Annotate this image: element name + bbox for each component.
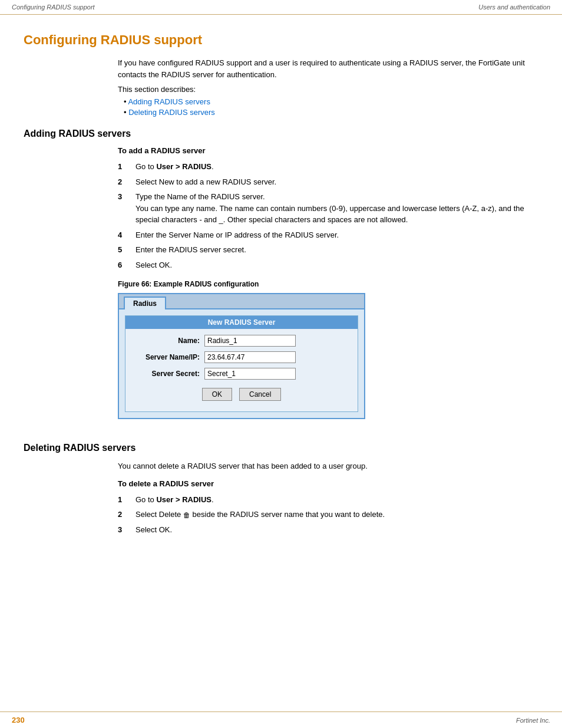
link-item-deleting: Deleting RADIUS servers	[124, 108, 538, 117]
deleting-intro-text: You cannot delete a RADIUS server that h…	[118, 460, 538, 472]
delete-steps: 1 Go to User > RADIUS. 2 Select Delete 🗑…	[118, 494, 538, 536]
link-item-adding: Adding RADIUS servers	[124, 97, 538, 106]
dialog-row-name: Name:	[135, 335, 348, 347]
dialog-screenshot: Radius New RADIUS Server Name: Server Na…	[118, 293, 365, 419]
add-step-2: 2 Select New to add a new RADIUS server.	[118, 176, 538, 188]
name-label: Name:	[135, 337, 200, 345]
deleting-section-heading: Deleting RADIUS servers	[24, 443, 538, 453]
header-left: Configuring RADIUS support	[12, 4, 95, 11]
page-footer: 230 Fortinet Inc.	[0, 711, 562, 728]
dialog-tab[interactable]: Radius	[124, 297, 166, 309]
intro-section: If you have configured RADIUS support an…	[118, 57, 538, 117]
page-title: Configuring RADIUS support	[24, 32, 538, 48]
link-list: Adding RADIUS servers Deleting RADIUS se…	[124, 97, 538, 117]
server-input[interactable]	[204, 351, 296, 363]
cancel-button[interactable]: Cancel	[239, 388, 281, 401]
dialog-buttons: OK Cancel	[135, 384, 348, 406]
this-section-text: This section describes:	[118, 85, 538, 94]
step-num-4: 4	[118, 229, 130, 241]
step-4-content: Enter the Server Name or IP address of t…	[135, 229, 538, 241]
delete-step-num-1: 1	[118, 494, 130, 506]
dialog-row-secret: Server Secret:	[135, 368, 348, 380]
main-content: Configuring RADIUS support If you have c…	[0, 15, 562, 562]
page-header: Configuring RADIUS support Users and aut…	[0, 0, 562, 15]
step-2-content: Select New to add a new RADIUS server.	[135, 176, 538, 188]
figure-caption: Figure 66: Example RADIUS configuration	[118, 280, 538, 288]
dialog-outer: Radius New RADIUS Server Name: Server Na…	[118, 293, 365, 419]
step-num-1: 1	[118, 161, 130, 173]
deleting-intro: You cannot delete a RADIUS server that h…	[118, 460, 538, 472]
delete-step-num-3: 3	[118, 524, 130, 536]
add-procedure-title: To add a RADIUS server	[118, 146, 538, 155]
company-name: Fortinet Inc.	[516, 717, 550, 724]
delete-step-2: 2 Select Delete 🗑 beside the RADIUS serv…	[118, 509, 538, 521]
delete-step-1-content: Go to User > RADIUS.	[135, 494, 538, 506]
delete-step-num-2: 2	[118, 509, 130, 521]
step-1-bold: User > RADIUS	[156, 162, 211, 171]
add-step-4: 4 Enter the Server Name or IP address of…	[118, 229, 538, 241]
delete-step-3-content: Select OK.	[135, 524, 538, 536]
adding-link[interactable]: Adding RADIUS servers	[128, 97, 210, 106]
step-num-3: 3	[118, 191, 130, 226]
dialog-body: Name: Server Name/IP: Server Secret:	[125, 329, 358, 411]
step-num-5: 5	[118, 244, 130, 256]
dialog-title-bar: New RADIUS Server	[125, 316, 358, 329]
add-step-6: 6 Select OK.	[118, 259, 538, 271]
add-step-1: 1 Go to User > RADIUS.	[118, 161, 538, 173]
dialog-inner: New RADIUS Server Name: Server Name/IP: …	[125, 315, 358, 412]
ok-button[interactable]: OK	[202, 388, 232, 401]
delete-step-2-content: Select Delete 🗑 beside the RADIUS server…	[135, 509, 538, 521]
step-3-content: Type the Name of the RADIUS server. You …	[135, 191, 538, 226]
intro-paragraph: If you have configured RADIUS support an…	[118, 57, 538, 80]
add-step-5: 5 Enter the RADIUS server secret.	[118, 244, 538, 256]
page-number: 230	[12, 716, 25, 724]
header-right: Users and authentication	[478, 4, 550, 11]
step-num-2: 2	[118, 176, 130, 188]
trash-icon: 🗑	[183, 510, 190, 521]
secret-input[interactable]	[204, 368, 296, 380]
dialog-tab-wrapper: Radius	[119, 294, 364, 309]
add-step-3: 3 Type the Name of the RADIUS server. Yo…	[118, 191, 538, 226]
step-1-content: Go to User > RADIUS.	[135, 161, 538, 173]
step-6-content: Select OK.	[135, 259, 538, 271]
adding-section-heading: Adding RADIUS servers	[24, 129, 538, 139]
delete-step-1: 1 Go to User > RADIUS.	[118, 494, 538, 506]
name-input[interactable]	[204, 335, 296, 347]
deleting-link[interactable]: Deleting RADIUS servers	[128, 108, 215, 117]
delete-procedure-title: To delete a RADIUS server	[118, 479, 538, 488]
delete-step-1-bold: User > RADIUS	[156, 495, 211, 504]
step-5-content: Enter the RADIUS server secret.	[135, 244, 538, 256]
delete-step-3: 3 Select OK.	[118, 524, 538, 536]
dialog-row-server: Server Name/IP:	[135, 351, 348, 363]
add-steps: 1 Go to User > RADIUS. 2 Select New to a…	[118, 161, 538, 271]
server-label: Server Name/IP:	[135, 353, 200, 361]
secret-label: Server Secret:	[135, 370, 200, 378]
step-num-6: 6	[118, 259, 130, 271]
step-3-sub: You can type any name. The name can cont…	[135, 204, 524, 225]
